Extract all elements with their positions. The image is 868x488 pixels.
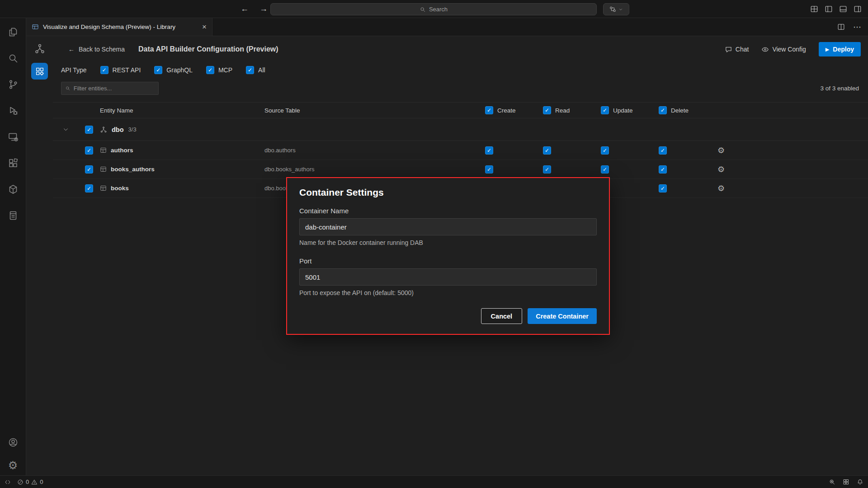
create-checkbox[interactable]: ✓ [485, 146, 493, 155]
chat-icon [725, 46, 732, 53]
source-table: dbo.books_authors [264, 166, 480, 173]
filter-text-field[interactable] [74, 85, 155, 92]
container-name-input[interactable] [299, 218, 597, 235]
database-project-icon[interactable] [7, 210, 19, 221]
zoom-status-icon[interactable] [829, 479, 835, 485]
error-count: 0 [26, 479, 29, 485]
col-delete: ✓ Delete [653, 106, 711, 114]
read-checkbox[interactable]: ✓ [543, 146, 551, 155]
schema-count: 3/3 [128, 126, 137, 133]
extension-status-icon[interactable] [843, 479, 849, 485]
play-icon: ▶ [826, 47, 829, 52]
create-container-button[interactable]: Create Container [528, 308, 597, 324]
schema-group-row: ✓ dbo 3/3 [53, 118, 868, 141]
page-header: ← Back to Schema Data API Builder Config… [53, 36, 868, 62]
layout-controls [810, 0, 862, 18]
row-checkbox[interactable]: ✓ [85, 146, 93, 155]
back-nav-icon[interactable]: ← [241, 4, 249, 14]
rest-api-checkbox[interactable]: ✓ [100, 66, 108, 74]
chat-button[interactable]: Chat [725, 46, 749, 53]
search-label: Search [429, 6, 448, 13]
table-header-row: Entity Name Source Table ✓ Create ✓ Read [53, 102, 868, 118]
search-icon [420, 6, 426, 13]
table-row: ✓ authors dbo.authors ✓ ✓ ✓ ✓ ⚙ [53, 141, 868, 160]
row-checkbox[interactable]: ✓ [85, 184, 93, 192]
col-create: ✓ Create [480, 106, 538, 114]
graphql-checkbox[interactable]: ✓ [154, 66, 162, 74]
page-title: Data API Builder Configuration (Preview) [138, 45, 278, 53]
source-table: dbo.authors [264, 147, 480, 154]
notifications-bell-icon[interactable] [857, 479, 863, 485]
deploy-button[interactable]: ▶ Deploy [819, 42, 861, 56]
split-editor-icon[interactable] [837, 23, 845, 31]
delete-checkbox[interactable]: ✓ [659, 184, 667, 192]
customize-layout-icon[interactable] [810, 5, 818, 13]
api-option-all: ✓ All [246, 66, 265, 74]
database-cube-icon[interactable] [7, 183, 19, 195]
row-settings-icon[interactable]: ⚙ [717, 184, 725, 193]
remote-explorer-icon[interactable] [7, 131, 19, 142]
toggle-secondary-sidebar-icon[interactable] [854, 5, 862, 13]
read-all-checkbox[interactable]: ✓ [543, 106, 551, 114]
back-label: Back to Schema [79, 46, 125, 53]
port-input[interactable] [299, 268, 597, 286]
titlebar: ← → Search [0, 0, 868, 18]
status-bar: 0 0 [0, 475, 868, 488]
update-all-checkbox[interactable]: ✓ [601, 106, 609, 114]
more-actions-icon[interactable]: ⋯ [853, 22, 862, 32]
run-debug-icon[interactable] [7, 105, 19, 116]
mcp-checkbox[interactable]: ✓ [206, 66, 214, 74]
api-option-mcp: ✓ MCP [206, 66, 232, 74]
warnings-icon [31, 479, 38, 485]
cancel-button[interactable]: Cancel [481, 308, 523, 324]
search-view-icon[interactable] [7, 52, 19, 64]
all-checkbox[interactable]: ✓ [246, 66, 254, 74]
back-arrow-icon: ← [68, 46, 75, 53]
problems-indicator[interactable]: 0 0 [17, 479, 43, 485]
source-control-icon[interactable] [7, 79, 19, 90]
tab-visualize-schema[interactable]: Visualize and Design Schema (Preview) - … [26, 18, 212, 36]
entity-name: books_authors [111, 166, 155, 173]
update-checkbox[interactable]: ✓ [601, 146, 609, 155]
port-label: Port [299, 257, 597, 265]
back-to-schema-link[interactable]: ← Back to Schema [68, 46, 125, 53]
schema-designer-icon[interactable] [34, 43, 45, 56]
group-checkbox[interactable]: ✓ [85, 126, 93, 134]
create-checkbox[interactable]: ✓ [485, 165, 493, 174]
delete-all-checkbox[interactable]: ✓ [659, 106, 667, 114]
read-checkbox[interactable]: ✓ [543, 165, 551, 174]
close-icon[interactable]: × [202, 23, 207, 31]
workflow-dropdown-button[interactable] [603, 3, 629, 15]
dab-config-view-icon[interactable] [31, 63, 48, 80]
create-all-checkbox[interactable]: ✓ [485, 106, 493, 114]
row-checkbox[interactable]: ✓ [85, 165, 93, 174]
row-settings-icon[interactable]: ⚙ [717, 146, 725, 155]
extensions-icon[interactable] [7, 157, 19, 169]
api-option-graphql: ✓ GraphQL [154, 66, 193, 74]
col-source-table: Source Table [264, 107, 480, 114]
warning-count: 0 [40, 479, 43, 485]
chevron-down-icon [618, 7, 623, 12]
forward-nav-icon[interactable]: → [259, 4, 268, 14]
account-icon[interactable] [7, 436, 19, 448]
activity-bar: ⚙ [0, 18, 26, 475]
schema-tab-icon [32, 23, 39, 31]
search-icon [65, 85, 71, 91]
update-checkbox[interactable]: ✓ [601, 165, 609, 174]
filter-entities-input[interactable] [61, 82, 159, 95]
toggle-sidebar-icon[interactable] [825, 5, 833, 13]
command-center-search[interactable]: Search [270, 3, 597, 15]
remote-indicator-icon[interactable] [5, 479, 11, 485]
view-config-button[interactable]: View Config [761, 46, 806, 53]
table-icon [100, 185, 107, 192]
row-settings-icon[interactable]: ⚙ [717, 165, 725, 174]
delete-checkbox[interactable]: ✓ [659, 146, 667, 155]
settings-gear-icon[interactable]: ⚙ [7, 460, 19, 471]
delete-checkbox[interactable]: ✓ [659, 165, 667, 174]
toggle-panel-icon[interactable] [839, 5, 847, 13]
schema-name: dbo [112, 126, 124, 133]
col-update: ✓ Update [595, 106, 653, 114]
explorer-icon[interactable] [7, 26, 19, 38]
filter-row: 3 of 3 enabled [53, 78, 868, 99]
chevron-down-icon[interactable] [63, 127, 69, 132]
